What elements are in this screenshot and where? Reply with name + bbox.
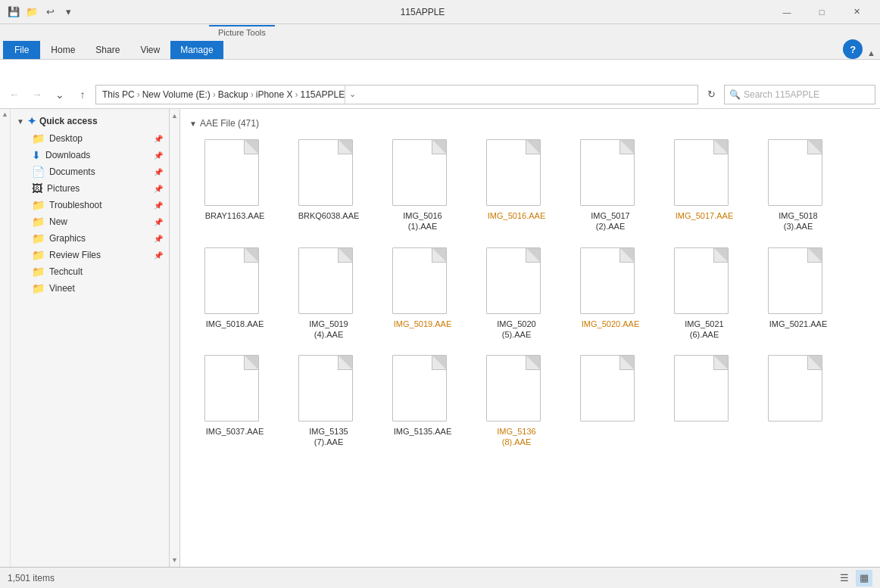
tab-file[interactable]: File (3, 41, 40, 59)
tab-share[interactable]: Share (86, 41, 130, 59)
minimize-button[interactable]: — (769, 0, 804, 24)
sidebar-item-new[interactable]: 📁 New 📌 (11, 213, 169, 230)
file-icon-5018-3 (768, 139, 829, 207)
quick-access-star-icon: ✦ (27, 115, 36, 127)
file-item[interactable]: IMG_5136(8).AAE (471, 349, 562, 454)
tab-manage[interactable]: Manage (170, 41, 223, 59)
file-icon-5017 (674, 139, 735, 207)
sidebar-item-techcult[interactable]: 📁 Techcult (11, 263, 169, 280)
file-icon-5021 (768, 247, 829, 316)
file-icon-5037 (204, 355, 265, 423)
file-icon-extra2 (674, 355, 735, 423)
up-button[interactable]: ↑ (73, 85, 92, 104)
file-name-5018-3: IMG_5018(3).AAE (779, 210, 817, 232)
group-chevron: ▼ (189, 120, 197, 128)
file-item[interactable]: IMG_5016.AAE (471, 133, 562, 238)
addressbar: ← → ⌄ ↑ This PC › New Volume (E:) › Back… (0, 80, 880, 109)
picture-tools-label: Picture Tools (209, 25, 275, 39)
back-button[interactable]: ← (5, 85, 24, 104)
address-path[interactable]: This PC › New Volume (E:) › Backup › iPh… (95, 85, 698, 104)
folder-icon[interactable]: 📁 (24, 5, 39, 20)
file-item[interactable]: IMG_5018(3).AAE (753, 133, 844, 238)
file-item[interactable]: IMG_5018.AAE (189, 241, 280, 347)
file-item[interactable]: BRAY1163.AAE (189, 133, 280, 238)
list-view-button[interactable]: ☰ (836, 570, 853, 586)
file-item[interactable]: IMG_5019.AAE (377, 241, 468, 347)
pin-icon-downloads: 📌 (154, 151, 163, 160)
file-item[interactable]: IMG_5135.AAE (377, 349, 468, 454)
file-item[interactable]: IMG_5037.AAE (189, 349, 280, 454)
path-dropdown-button[interactable]: ⌄ (345, 85, 360, 104)
dropdown-icon[interactable]: ▾ (61, 5, 76, 20)
sidebar-item-pictures[interactable]: 🖼 Pictures 📌 (11, 180, 169, 197)
path-volume[interactable]: New Volume (E:) (142, 89, 211, 100)
sidebar-item-review-files[interactable]: 📁 Review Files 📌 (11, 247, 169, 263)
quick-access-header[interactable]: ▼ ✦ Quick access (11, 112, 169, 130)
file-item[interactable]: IMG_5016(1).AAE (377, 133, 468, 238)
titlebar-icons: 💾 📁 ↩ ▾ (6, 5, 76, 20)
group-header-aae[interactable]: ▼ AAE File (471) (189, 115, 871, 133)
sidebar-item-desktop-label: Desktop (49, 133, 83, 144)
ribbon-tabs: File Home Share View Manage ? ▲ (0, 38, 880, 59)
status-item-count: 1,501 items (8, 573, 55, 583)
sidebar-item-graphics[interactable]: 📁 Graphics 📌 (11, 230, 169, 247)
file-name-5019-4: IMG_5019(4).AAE (309, 319, 348, 341)
refresh-button[interactable]: ↻ (701, 85, 721, 104)
file-item[interactable]: IMG_5135(7).AAE (283, 349, 374, 454)
search-box[interactable]: 🔍 Search 115APPLE (724, 85, 875, 104)
file-icon-5136-8 (486, 355, 547, 423)
file-item[interactable]: IMG_5020.AAE (565, 241, 656, 347)
sidebar-item-vineet[interactable]: 📁 Vineet (11, 280, 169, 297)
sidebar-item-troubleshoot[interactable]: 📁 Troubleshoot 📌 (11, 197, 169, 213)
pin-icon: 📌 (154, 135, 163, 143)
help-button[interactable]: ? (843, 39, 863, 59)
sidebar-scroll-down-btn[interactable]: ▼ (170, 555, 180, 565)
new-folder-icon: 📁 (32, 216, 45, 228)
file-name-5021: IMG_5021.AAE (769, 319, 827, 329)
close-button[interactable]: ✕ (839, 0, 874, 24)
tab-view[interactable]: View (130, 41, 170, 59)
file-item[interactable]: IMG_5017.AAE (659, 133, 750, 238)
file-item[interactable]: IMG_5021.AAE (753, 241, 844, 347)
sidebar-item-downloads[interactable]: ⬇ Downloads 📌 (11, 147, 169, 163)
file-name-5017: IMG_5017.AAE (676, 210, 733, 221)
main-layout: ▲ ▼ ✦ Quick access 📁 Desktop 📌 ⬇ Downloa… (0, 109, 880, 567)
desktop-folder-icon: 📁 (32, 132, 45, 145)
file-name-5016: IMG_5016.AAE (488, 210, 545, 221)
maximize-button[interactable]: □ (804, 0, 839, 24)
sidebar-scroll-up-btn[interactable]: ▲ (170, 110, 180, 121)
sidebar-item-desktop[interactable]: 📁 Desktop 📌 (11, 130, 169, 147)
file-name-brkq: BRKQ6038.AAE (298, 210, 360, 221)
pictures-icon: 🖼 (32, 182, 42, 194)
expand-button[interactable]: ⌄ (50, 85, 70, 104)
save-icon[interactable]: 💾 (6, 5, 21, 20)
file-icon-bray (204, 139, 265, 207)
file-name-5135-7: IMG_5135(7).AAE (309, 426, 348, 448)
search-placeholder: Search 115APPLE (744, 89, 819, 100)
file-item[interactable] (753, 349, 844, 454)
file-item[interactable]: IMG_5019(4).AAE (283, 241, 374, 347)
ribbon-picture-tools-row: Picture Tools (0, 24, 880, 38)
path-115apple[interactable]: 115APPLE (300, 89, 345, 100)
path-this-pc[interactable]: This PC (102, 89, 135, 100)
file-name-5020-5: IMG_5020(5).AAE (497, 319, 535, 341)
forward-button[interactable]: → (27, 85, 47, 104)
path-iphone[interactable]: iPhone X (256, 89, 293, 100)
grid-view-button[interactable]: ▦ (856, 570, 872, 586)
file-item[interactable]: IMG_5020(5).AAE (471, 241, 562, 347)
undo-icon[interactable]: ↩ (42, 5, 58, 20)
file-item[interactable] (565, 349, 656, 454)
tab-home[interactable]: Home (41, 41, 85, 59)
ribbon-collapse-button[interactable]: ▲ (866, 47, 877, 59)
file-item[interactable] (659, 349, 750, 454)
review-files-icon: 📁 (32, 249, 45, 261)
sidebar-scroll-up[interactable]: ▲ (0, 109, 11, 120)
path-backup[interactable]: Backup (218, 89, 248, 100)
file-icon-5019-4 (298, 247, 359, 316)
file-item[interactable]: IMG_5017(2).AAE (565, 133, 656, 238)
window-title: 115APPLE (80, 7, 765, 17)
sidebar-item-documents[interactable]: 📄 Documents 📌 (11, 163, 169, 180)
file-icon-brkq (298, 139, 359, 207)
file-item[interactable]: IMG_5021(6).AAE (659, 241, 750, 347)
file-item[interactable]: BRKQ6038.AAE (283, 133, 374, 238)
